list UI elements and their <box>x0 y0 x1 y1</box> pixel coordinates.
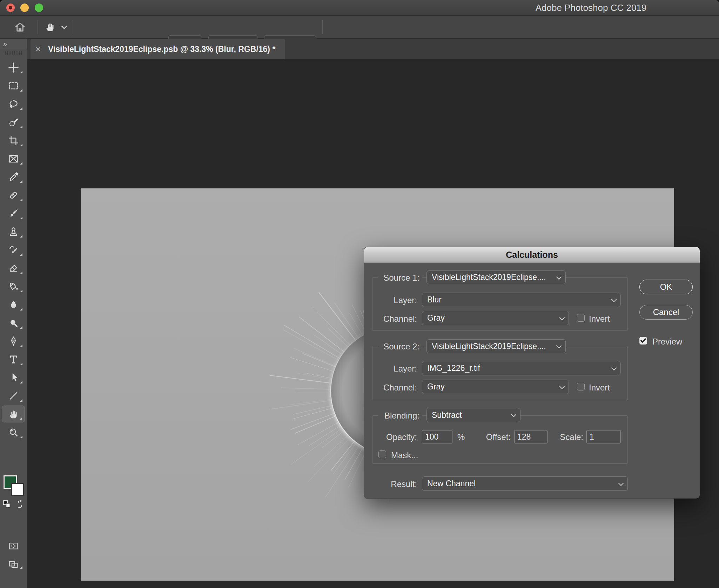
tool-clone-stamp-icon[interactable] <box>2 223 25 240</box>
tool-paint-bucket-icon[interactable] <box>2 278 25 295</box>
zoom-window-button[interactable] <box>35 4 43 12</box>
swap-colors-icon[interactable] <box>13 497 27 511</box>
source2-layer-dropdown[interactable]: IMG_1226_r.tif <box>422 361 621 375</box>
window-title: Adobe Photoshop CC 2019 <box>526 0 656 16</box>
opacity-label: Opacity: <box>364 432 417 442</box>
percent-label: % <box>457 432 465 442</box>
preview-label: Preview <box>652 337 682 347</box>
document-tab[interactable]: × VisibleLightStack2019Eclipse.psb @ 33.… <box>31 39 285 59</box>
source1-invert-label: Invert <box>589 314 610 324</box>
source2-invert-label: Invert <box>589 383 610 393</box>
chevron-down-icon[interactable] <box>60 25 68 32</box>
source1-layer-dropdown[interactable]: Blur <box>422 293 621 307</box>
dialog-title[interactable]: Calculations <box>364 247 700 263</box>
source1-invert-checkbox[interactable] <box>577 314 585 322</box>
home-icon[interactable] <box>13 20 27 34</box>
source1-channel-dropdown[interactable]: Gray <box>422 311 569 325</box>
tool-frame-icon[interactable] <box>2 150 25 167</box>
scale-input[interactable] <box>586 430 621 443</box>
tool-blur-icon[interactable] <box>2 296 25 313</box>
source1-channel-label: Channel: <box>364 314 417 324</box>
tool-dodge-icon[interactable] <box>2 314 25 331</box>
tool-zoom-icon[interactable] <box>2 424 25 441</box>
divider <box>73 20 73 34</box>
hand-icon[interactable] <box>43 20 58 34</box>
tool-hand-icon[interactable] <box>2 406 25 422</box>
scale-label: Scale: <box>546 432 583 442</box>
result-label: Result: <box>364 479 417 489</box>
divider <box>38 20 38 34</box>
quick-mask-icon[interactable] <box>2 539 25 553</box>
tool-crop-icon[interactable] <box>2 132 25 149</box>
offset-label: Offset: <box>469 432 511 442</box>
minimize-window-button[interactable] <box>20 4 29 12</box>
source1-label: Source 1: <box>378 273 422 283</box>
source1-layer-label: Layer: <box>364 295 417 305</box>
mask-label: Mask... <box>391 450 418 460</box>
background-color-swatch[interactable] <box>11 483 24 496</box>
tool-pen-icon[interactable] <box>2 333 25 349</box>
tool-line-icon[interactable] <box>2 387 25 404</box>
tool-healing-brush-icon[interactable] <box>2 187 25 203</box>
default-colors-icon[interactable] <box>1 497 14 511</box>
source2-channel-label: Channel: <box>364 383 417 393</box>
tool-lasso-icon[interactable] <box>2 95 25 112</box>
tool-type-icon[interactable] <box>2 351 25 368</box>
document-tab-title: VisibleLightStack2019Eclipse.psb @ 33.3%… <box>48 39 275 59</box>
tool-path-selection-icon[interactable] <box>2 369 25 386</box>
cancel-button[interactable]: Cancel <box>639 305 693 320</box>
source2-dropdown[interactable]: VisibleLightStack2019Eclipse.... <box>426 339 566 353</box>
divider <box>322 20 323 34</box>
source2-channel-dropdown[interactable]: Gray <box>422 380 569 394</box>
source2-layer-label: Layer: <box>364 364 417 374</box>
close-window-button[interactable] <box>6 4 15 12</box>
source2-label: Source 2: <box>378 341 422 352</box>
screen-mode-icon[interactable] <box>2 557 25 571</box>
mask-checkbox[interactable] <box>378 450 386 458</box>
tools-panel: » <box>0 39 27 588</box>
preview-checkbox[interactable] <box>639 337 647 345</box>
tool-quick-selection-icon[interactable] <box>2 114 25 131</box>
photoshop-window: Adobe Photoshop CC 2019 Scroll All Windo… <box>0 0 719 588</box>
source1-dropdown[interactable]: VisibleLightStack2019Eclipse.... <box>426 270 566 284</box>
result-dropdown[interactable]: New Channel <box>422 476 628 491</box>
source2-invert-checkbox[interactable] <box>577 383 585 390</box>
opacity-input[interactable] <box>422 430 452 443</box>
document-tab-bar: × VisibleLightStack2019Eclipse.psb @ 33.… <box>27 39 719 59</box>
tool-history-brush-icon[interactable] <box>2 241 25 258</box>
expand-panel-button[interactable]: » <box>0 39 27 49</box>
ok-button[interactable]: OK <box>639 280 693 294</box>
tool-brush-icon[interactable] <box>2 205 25 222</box>
tool-move-icon[interactable] <box>2 59 25 76</box>
offset-input[interactable] <box>514 430 547 443</box>
panel-grip[interactable] <box>5 51 22 55</box>
blending-dropdown[interactable]: Subtract <box>426 408 520 422</box>
blending-label: Blending: <box>378 410 422 421</box>
window-titlebar: Adobe Photoshop CC 2019 <box>0 0 719 16</box>
tool-marquee-icon[interactable] <box>2 77 25 94</box>
tool-eraser-icon[interactable] <box>2 260 25 276</box>
calculations-dialog: Calculations Source 1: VisibleLightStack… <box>364 247 700 499</box>
close-tab-icon[interactable]: × <box>35 39 41 59</box>
options-bar: Scroll All Windows 100% Fit Screen Fill … <box>0 16 719 39</box>
tool-eyedropper-icon[interactable] <box>2 168 25 185</box>
